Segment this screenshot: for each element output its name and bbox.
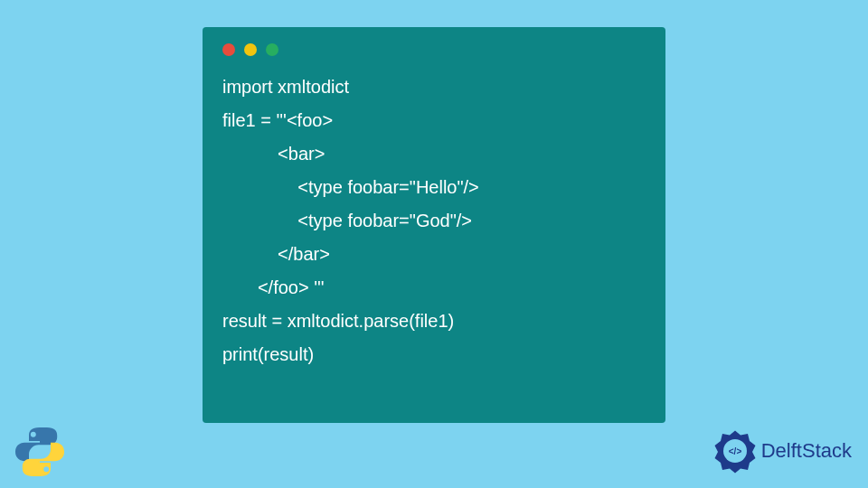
- code-line-4: <type foobar="Hello"/>: [222, 177, 479, 197]
- delftstack-label: DelftStack: [761, 439, 852, 463]
- code-line-7: </foo> ''': [222, 277, 325, 297]
- delftstack-branding: </> DelftStack: [712, 428, 852, 474]
- code-line-5: <type foobar="God"/>: [222, 211, 472, 230]
- minimize-icon[interactable]: [244, 43, 257, 56]
- python-logo-icon: [13, 425, 67, 479]
- window-controls: [222, 43, 646, 56]
- code-line-3: <bar>: [222, 144, 325, 164]
- code-line-9: print(result): [222, 344, 314, 364]
- close-icon[interactable]: [222, 43, 235, 56]
- code-line-1: import xmltodict: [222, 77, 349, 97]
- delftstack-logo-icon: </>: [712, 428, 758, 474]
- code-line-6: </bar>: [222, 244, 330, 264]
- code-window: import xmltodict file1 = '''<foo> <bar> …: [203, 27, 665, 423]
- code-line-8: result = xmltodict.parse(file1): [222, 311, 454, 331]
- svg-text:</>: </>: [729, 446, 742, 456]
- code-line-2: file1 = '''<foo>: [222, 110, 333, 130]
- maximize-icon[interactable]: [266, 43, 278, 56]
- code-block: import xmltodict file1 = '''<foo> <bar> …: [222, 70, 646, 371]
